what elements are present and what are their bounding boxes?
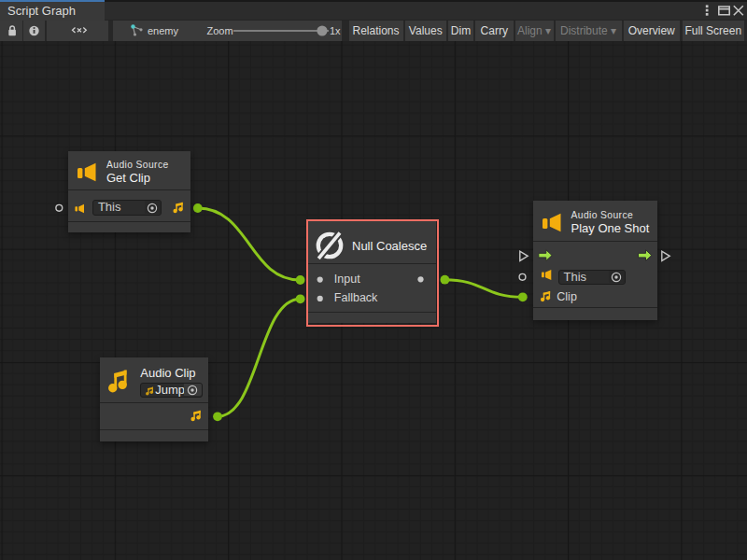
svg-text:enemy: enemy [148, 25, 179, 36]
svg-text:1x: 1x [330, 25, 341, 36]
svg-text:Zoom: Zoom [207, 25, 233, 36]
